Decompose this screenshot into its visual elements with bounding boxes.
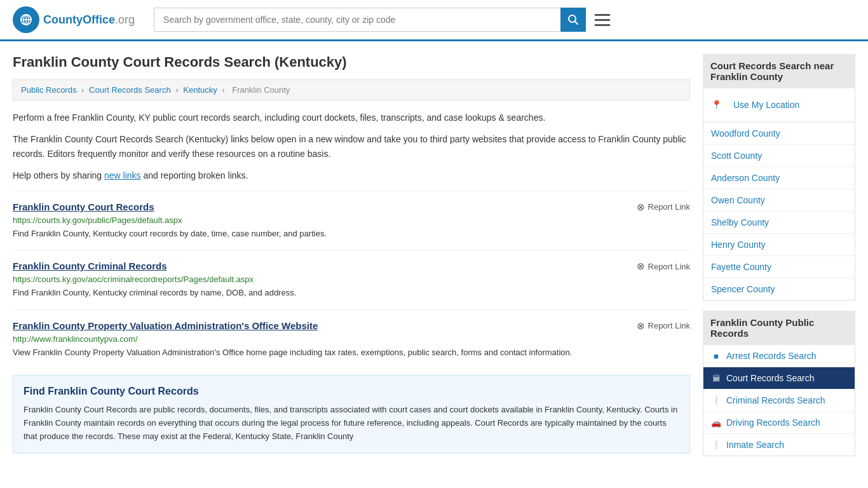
breadcrumb-sep-1: ›: [81, 85, 84, 95]
content-area: Franklin County Court Records Search (Ke…: [13, 54, 690, 466]
nearby-county-4[interactable]: Shelby County: [703, 212, 855, 234]
description-1: Perform a free Franklin County, KY publi…: [13, 111, 690, 125]
pub-rec-driving-link[interactable]: 🚗 Driving Records Search: [703, 412, 855, 433]
menu-line-1: [595, 14, 610, 16]
record-title-0[interactable]: Franklin County Court Records: [13, 201, 154, 212]
location-item[interactable]: 📍 Use My Location: [703, 88, 855, 122]
find-title: Find Franklin County Court Records: [24, 386, 679, 397]
nearby-section: Court Records Search near Franklin Count…: [703, 54, 855, 301]
search-button[interactable]: [560, 8, 586, 32]
nearby-county-6[interactable]: Fayette County: [703, 256, 855, 278]
record-url-1[interactable]: https://courts.ky.gov/aoc/criminalrecord…: [13, 274, 690, 284]
nearby-county-link-2[interactable]: Anderson County: [703, 167, 855, 189]
nearby-county-2[interactable]: Anderson County: [703, 167, 855, 189]
breadcrumb: Public Records › Court Records Search › …: [13, 79, 690, 100]
arrest-icon: ■: [711, 351, 721, 361]
find-section: Find Franklin County Court Records Frank…: [13, 375, 690, 454]
breadcrumb-sep-2: ›: [175, 85, 178, 95]
breadcrumb-current: Franklin County: [232, 85, 290, 95]
report-icon-0: ⊗: [637, 201, 645, 213]
record-entry-1: Franklin County Criminal Records ⊗ Repor…: [13, 250, 690, 310]
nearby-county-1[interactable]: Scott County: [703, 145, 855, 167]
report-link-2[interactable]: ⊗ Report Link: [637, 320, 690, 332]
nearby-county-link-7[interactable]: Spencer County: [703, 278, 855, 300]
location-pin-icon: 📍: [711, 100, 722, 110]
pub-rec-criminal-link[interactable]: ❕ Criminal Records Search: [703, 390, 855, 411]
report-link-0[interactable]: ⊗ Report Link: [637, 201, 690, 213]
search-input[interactable]: [154, 8, 560, 32]
pub-rec-court-link[interactable]: 🏛 Court Records Search: [703, 367, 855, 389]
svg-line-6: [575, 22, 578, 25]
record-title-2[interactable]: Franklin County Property Valuation Admin…: [13, 320, 318, 331]
search-bar: [154, 8, 586, 32]
nearby-county-7[interactable]: Spencer County: [703, 278, 855, 300]
record-entry-0: Franklin County Court Records ⊗ Report L…: [13, 191, 690, 251]
pub-rec-driving[interactable]: 🚗 Driving Records Search: [703, 412, 855, 434]
inmate-icon: ❕: [711, 440, 721, 450]
description-3: Help others by sharing new links and rep…: [13, 168, 690, 182]
record-title-1[interactable]: Franklin County Criminal Records: [13, 261, 167, 271]
use-my-location-link[interactable]: Use My Location: [726, 94, 807, 116]
criminal-icon: ❕: [711, 395, 721, 405]
breadcrumb-public-records[interactable]: Public Records: [21, 85, 76, 95]
record-desc-0: Find Franklin County, Kentucky court rec…: [13, 227, 690, 240]
record-header-0: Franklin County Court Records ⊗ Report L…: [13, 201, 690, 213]
nearby-header: Court Records Search near Franklin Count…: [703, 54, 855, 88]
pub-rec-arrest[interactable]: ■ Arrest Records Search: [703, 345, 855, 367]
menu-line-2: [595, 19, 610, 21]
records-container: Franklin County Court Records ⊗ Report L…: [13, 191, 690, 369]
nearby-county-link-6[interactable]: Fayette County: [703, 256, 855, 278]
pub-rec-criminal[interactable]: ❕ Criminal Records Search: [703, 390, 855, 412]
find-text: Franklin County Court Records are public…: [24, 403, 679, 443]
nearby-list: 📍 Use My Location Woodford County Scott …: [703, 88, 855, 301]
pub-rec-inmate-link[interactable]: ❕ Inmate Search: [703, 434, 855, 456]
nearby-county-link-0[interactable]: Woodford County: [703, 123, 855, 144]
record-desc-1: Find Franklin County, Kentucky criminal …: [13, 287, 690, 299]
pub-rec-inmate[interactable]: ❕ Inmate Search: [703, 434, 855, 456]
breadcrumb-court-records[interactable]: Court Records Search: [89, 85, 171, 95]
pub-rec-arrest-link[interactable]: ■ Arrest Records Search: [703, 345, 855, 367]
pub-rec-court[interactable]: 🏛 Court Records Search: [703, 367, 855, 390]
nearby-county-link-5[interactable]: Henry County: [703, 234, 855, 255]
driving-icon: 🚗: [711, 417, 721, 428]
record-url-0[interactable]: https://courts.ky.gov/public/Pages/defau…: [13, 215, 690, 225]
menu-button[interactable]: [595, 14, 610, 26]
nearby-county-link-1[interactable]: Scott County: [703, 145, 855, 166]
report-icon-1: ⊗: [637, 261, 645, 272]
breadcrumb-sep-3: ›: [222, 85, 224, 95]
record-header-2: Franklin County Property Valuation Admin…: [13, 320, 690, 332]
main-container: Franklin County Court Records Search (Ke…: [0, 41, 868, 479]
public-records-section: Franklin County Public Records ■ Arrest …: [703, 311, 855, 456]
menu-line-3: [595, 24, 610, 26]
page-title: Franklin County Court Records Search (Ke…: [13, 54, 690, 71]
sidebar: Court Records Search near Franklin Count…: [703, 54, 855, 466]
logo[interactable]: CountyOffice.org: [13, 6, 135, 33]
record-desc-2: View Franklin County Property Valuation …: [13, 346, 690, 359]
record-header-1: Franklin County Criminal Records ⊗ Repor…: [13, 261, 690, 272]
breadcrumb-kentucky[interactable]: Kentucky: [183, 85, 217, 95]
nearby-county-3[interactable]: Owen County: [703, 189, 855, 212]
record-url-2[interactable]: http://www.franklincountypva.com/: [13, 334, 690, 344]
logo-text: CountyOffice.org: [43, 13, 135, 27]
new-links-link[interactable]: new links: [104, 170, 141, 180]
nearby-county-0[interactable]: Woodford County: [703, 123, 855, 145]
record-entry-2: Franklin County Property Valuation Admin…: [13, 310, 690, 369]
court-icon: 🏛: [711, 373, 721, 383]
description-2: The Franklin County Court Records Search…: [13, 132, 690, 161]
public-records-list: ■ Arrest Records Search 🏛 Court Records …: [703, 345, 855, 456]
nearby-county-5[interactable]: Henry County: [703, 234, 855, 256]
public-records-header: Franklin County Public Records: [703, 311, 855, 345]
site-header: CountyOffice.org: [0, 0, 868, 41]
report-icon-2: ⊗: [637, 320, 645, 332]
use-my-location-item[interactable]: 📍 Use My Location: [703, 88, 855, 123]
logo-icon: [13, 6, 39, 33]
nearby-county-link-4[interactable]: Shelby County: [703, 212, 855, 233]
report-link-1[interactable]: ⊗ Report Link: [637, 261, 690, 272]
nearby-county-link-3[interactable]: Owen County: [703, 189, 855, 211]
